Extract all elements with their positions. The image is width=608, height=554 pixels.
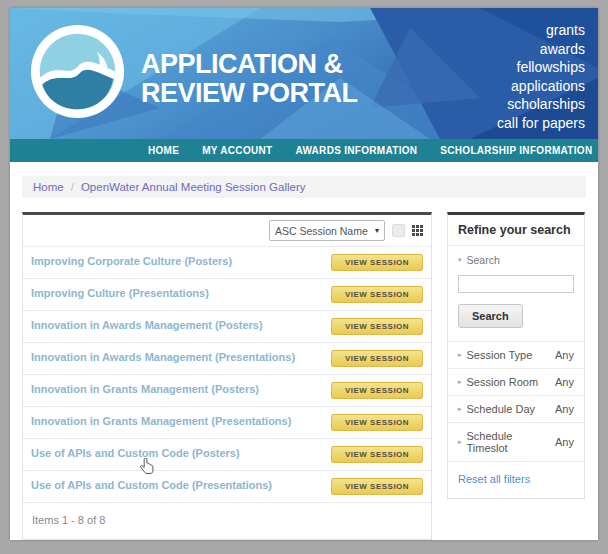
filter-label-wrap: ▸ Session Type xyxy=(458,349,532,361)
search-label: Search xyxy=(467,254,500,266)
nav-scholarship-information[interactable]: SCHOLARSHIP INFORMATION xyxy=(440,145,592,156)
portal-title-line1: APPLICATION & xyxy=(141,50,358,79)
view-session-button[interactable]: VIEW SESSION xyxy=(331,350,423,367)
table-row: Innovation in Awards Management (Present… xyxy=(23,343,431,375)
view-session-button[interactable]: VIEW SESSION xyxy=(331,318,423,335)
search-button[interactable]: Search xyxy=(458,304,523,328)
view-session-button[interactable]: VIEW SESSION xyxy=(331,478,423,495)
refine-search-sidebar: Refine your search ▾ Search Search ▸ Ses… xyxy=(447,212,585,499)
nav-home[interactable]: HOME xyxy=(148,145,179,156)
caret-right-icon: ▸ xyxy=(458,351,462,359)
filter-label-wrap: ▸ Session Room xyxy=(458,376,538,388)
breadcrumb-home-link[interactable]: Home xyxy=(33,181,64,193)
filter-schedule-timeslot[interactable]: ▸ Schedule Timeslot Any xyxy=(448,423,584,462)
table-row: Improving Corporate Culture (Posters) VI… xyxy=(23,247,431,279)
caret-right-icon: ▸ xyxy=(458,405,462,413)
portal-title: APPLICATION & REVIEW PORTAL xyxy=(141,50,358,108)
main-content: ASC Session Name ▾ Improving Corporate C… xyxy=(22,212,586,540)
header-menu-fellowships[interactable]: fellowships xyxy=(497,58,585,77)
filter-schedule-day[interactable]: ▸ Schedule Day Any xyxy=(448,396,584,423)
session-link[interactable]: Innovation in Grants Management (Present… xyxy=(31,414,319,428)
header-menu-scholarships[interactable]: scholarships xyxy=(497,95,585,114)
header-menu-awards[interactable]: awards xyxy=(497,40,585,59)
filter-label-wrap: ▸ Schedule Day xyxy=(458,403,535,415)
table-row: Innovation in Grants Management (Present… xyxy=(23,407,431,439)
nav-awards-information[interactable]: AWARDS INFORMATION xyxy=(295,145,417,156)
list-view-icon[interactable] xyxy=(392,224,405,237)
sort-dropdown-value: ASC Session Name xyxy=(275,225,368,237)
caret-down-icon: ▾ xyxy=(458,256,462,264)
session-list-panel: ASC Session Name ▾ Improving Corporate C… xyxy=(22,212,432,540)
filter-label-wrap: ▸ Schedule Timeslot xyxy=(458,430,555,454)
breadcrumb-current-page: OpenWater Annual Meeting Session Gallery xyxy=(81,181,306,193)
sidebar-title: Refine your search xyxy=(448,215,584,246)
table-row: Use of APIs and Custom Code (Posters) VI… xyxy=(23,439,431,471)
view-session-button[interactable]: VIEW SESSION xyxy=(331,286,423,303)
view-session-button[interactable]: VIEW SESSION xyxy=(331,382,423,399)
session-link[interactable]: Improving Culture (Presentations) xyxy=(31,286,319,300)
header-menu-grants[interactable]: grants xyxy=(497,21,585,40)
view-session-button[interactable]: VIEW SESSION xyxy=(331,446,423,463)
caret-right-icon: ▸ xyxy=(458,378,462,386)
breadcrumb-separator: / xyxy=(71,181,74,193)
table-row: Improving Culture (Presentations) VIEW S… xyxy=(23,279,431,311)
reset-all-filters-link[interactable]: Reset all filters xyxy=(448,462,584,498)
filter-session-type[interactable]: ▸ Session Type Any xyxy=(448,342,584,369)
portal-title-line2: REVIEW PORTAL xyxy=(141,79,358,108)
list-toolbar: ASC Session Name ▾ xyxy=(23,215,431,247)
filter-session-room[interactable]: ▸ Session Room Any xyxy=(448,369,584,396)
chevron-down-icon: ▾ xyxy=(375,226,379,235)
table-row: Innovation in Grants Management (Posters… xyxy=(23,375,431,407)
filter-value: Any xyxy=(555,349,574,361)
session-link[interactable]: Improving Corporate Culture (Posters) xyxy=(31,254,319,268)
filter-label: Session Room xyxy=(467,376,539,388)
filter-label: Schedule Day xyxy=(467,403,536,415)
header-menu-call-for-papers[interactable]: call for papers xyxy=(497,114,585,133)
filter-label: Session Type xyxy=(467,349,533,361)
nav-my-account[interactable]: MY ACCOUNT xyxy=(202,145,272,156)
header-menu: grants awards fellowships applications s… xyxy=(497,21,585,132)
filter-value: Any xyxy=(555,403,574,415)
page: APPLICATION & REVIEW PORTAL grants award… xyxy=(10,8,598,540)
sort-dropdown[interactable]: ASC Session Name ▾ xyxy=(269,220,385,241)
session-link[interactable]: Use of APIs and Custom Code (Posters) xyxy=(31,446,319,460)
view-session-button[interactable]: VIEW SESSION xyxy=(331,414,423,431)
search-input[interactable] xyxy=(458,275,574,293)
view-session-button[interactable]: VIEW SESSION xyxy=(331,254,423,271)
table-row: Innovation in Awards Management (Posters… xyxy=(23,311,431,343)
table-row: Use of APIs and Custom Code (Presentatio… xyxy=(23,471,431,503)
main-navbar: HOME MY ACCOUNT AWARDS INFORMATION SCHOL… xyxy=(10,139,598,162)
filter-value: Any xyxy=(555,436,574,448)
session-link[interactable]: Innovation in Awards Management (Posters… xyxy=(31,318,319,332)
caret-right-icon: ▸ xyxy=(458,438,462,446)
search-section-toggle[interactable]: ▾ Search xyxy=(458,254,574,266)
grid-view-icon[interactable] xyxy=(412,225,423,236)
header-banner: APPLICATION & REVIEW PORTAL grants award… xyxy=(10,8,598,139)
session-link[interactable]: Innovation in Grants Management (Posters… xyxy=(31,382,319,396)
session-link[interactable]: Innovation in Awards Management (Present… xyxy=(31,350,319,364)
search-section: ▾ Search Search xyxy=(448,246,584,342)
items-count: Items 1 - 8 of 8 xyxy=(23,503,431,539)
portal-logo[interactable] xyxy=(29,23,126,120)
header-menu-applications[interactable]: applications xyxy=(497,77,585,96)
filter-label: Schedule Timeslot xyxy=(467,430,556,454)
filter-value: Any xyxy=(555,376,574,388)
breadcrumb: Home / OpenWater Annual Meeting Session … xyxy=(22,176,586,198)
session-link[interactable]: Use of APIs and Custom Code (Presentatio… xyxy=(31,478,319,492)
